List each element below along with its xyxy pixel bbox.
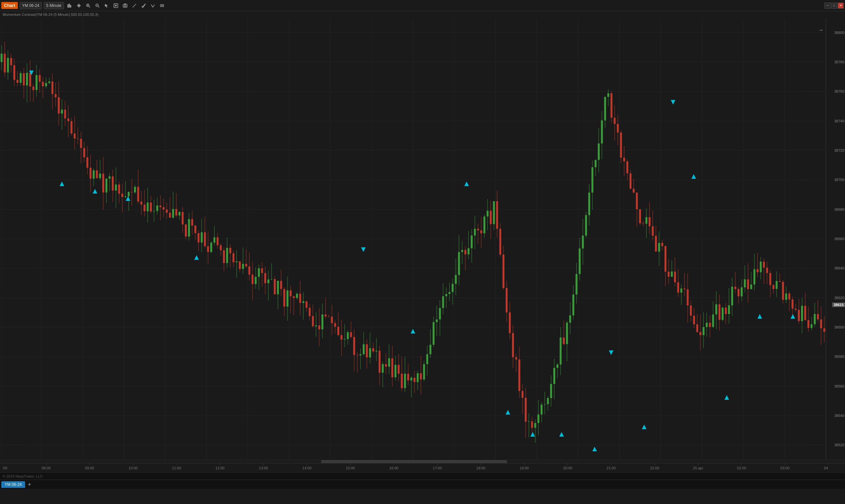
chart-tab-ym[interactable]: YM 06-24 <box>1 481 25 488</box>
chart-scrollbar[interactable] <box>0 460 845 463</box>
properties-icon[interactable] <box>112 2 120 9</box>
time-axis <box>0 463 845 472</box>
scrollbar-thumb[interactable] <box>321 460 507 463</box>
line-icon[interactable] <box>140 2 147 9</box>
svg-line-11 <box>98 6 99 7</box>
candlestick-chart[interactable] <box>0 18 826 460</box>
chart-tab-label[interactable]: Chart <box>1 2 18 9</box>
time-axis-labels <box>3 464 828 473</box>
symbol-dropdown[interactable]: YM 06-24 <box>20 2 42 9</box>
svg-marker-13 <box>105 4 108 7</box>
copyright-text: © 2024 NinjaTrader, LLC <box>3 474 42 478</box>
screenshot-icon[interactable] <box>122 2 129 9</box>
svg-point-19 <box>124 5 126 6</box>
price-axis-labels <box>826 18 845 460</box>
timeframe-dropdown[interactable]: 5 Minute <box>44 2 64 9</box>
list-icon[interactable] <box>158 2 166 9</box>
bar-chart-icon[interactable] <box>66 2 73 9</box>
crosshair-icon[interactable] <box>75 2 83 9</box>
svg-rect-1 <box>69 4 70 7</box>
svg-rect-2 <box>70 5 71 7</box>
window-controls: ─ □ ✕ <box>825 3 844 8</box>
drawing-icon[interactable] <box>131 2 138 9</box>
chart-main-area[interactable]: → 38615 <box>0 18 845 460</box>
add-tab-button[interactable]: + <box>27 482 33 487</box>
svg-line-7 <box>89 6 90 7</box>
zoom-out-icon[interactable] <box>94 2 101 9</box>
minimize-button[interactable]: ─ <box>825 3 830 8</box>
title-bar: Chart YM 06-24 5 Minute <box>0 0 845 11</box>
svg-line-24 <box>153 5 155 7</box>
zoom-in-icon[interactable] <box>85 2 92 9</box>
tools-icon[interactable] <box>149 2 156 9</box>
right-arrow-icon: → <box>818 27 824 33</box>
svg-line-23 <box>151 5 153 7</box>
svg-line-21 <box>133 6 133 7</box>
tab-bar: YM 06-24 + <box>0 480 845 489</box>
restore-button[interactable]: □ <box>831 3 837 8</box>
close-button[interactable]: ✕ <box>838 3 844 8</box>
svg-rect-0 <box>68 5 68 7</box>
tab-label: YM 06-24 <box>5 482 22 487</box>
cursor-icon[interactable] <box>103 2 110 9</box>
current-price-badge: 38615 <box>832 303 845 307</box>
footer: © 2024 NinjaTrader, LLC <box>0 472 845 480</box>
price-axis: 38615 <box>826 18 845 460</box>
chart-indicator-label: Momentum Contrast(YM 06-24 (5 Minute),50… <box>0 11 845 18</box>
